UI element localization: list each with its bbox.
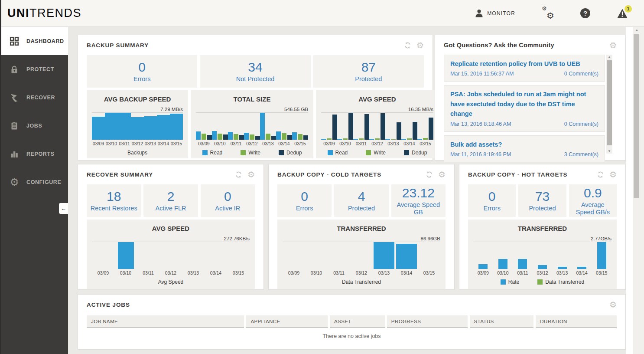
sidebar-collapse-button[interactable]: ← xyxy=(59,203,68,214)
sidebar-item-dashboard[interactable]: DASHBOARD xyxy=(1,27,68,55)
post-title[interactable]: Bulk add assets? xyxy=(450,140,598,149)
x-tick-label: 03/11 xyxy=(353,141,369,146)
post-comments[interactable]: 0 Comment(s) xyxy=(564,71,598,77)
bar-backups xyxy=(131,117,144,140)
chart-title: AVG BACKUP SPEED xyxy=(92,95,183,103)
sidebar-item-reports[interactable]: REPORTS xyxy=(1,140,68,168)
refresh-icon[interactable] xyxy=(426,171,433,178)
stat-label: Errors xyxy=(133,75,150,83)
sidebar-item-jobs[interactable]: JOBS xyxy=(1,111,68,140)
post-title[interactable]: PSA: Jobs scheduled to run at 3am might … xyxy=(450,89,598,118)
column-header-job-name[interactable]: JOB NAME xyxy=(87,315,244,328)
scrollbar-thumb[interactable] xyxy=(607,60,612,145)
stat-active-flr: 2 Active FLR xyxy=(143,184,198,217)
bar-group xyxy=(417,113,433,140)
bar-backups xyxy=(105,113,118,140)
bar-read xyxy=(417,139,422,140)
gears-icon[interactable]: ⚙ ⚙ xyxy=(542,8,553,19)
logo-text-bold: UNI xyxy=(7,7,29,20)
stat-average-speed: 23.12 Average Speed GB xyxy=(391,184,446,217)
community-post[interactable]: Bulk add assets? Mar 11, 2016 8:19:46 PM… xyxy=(444,135,605,162)
gear-icon[interactable]: ⚙ xyxy=(247,170,255,179)
stat-label: Errors xyxy=(483,205,500,212)
stat-value: 23.12 xyxy=(402,186,435,200)
x-tick-label: 03/15 xyxy=(592,270,611,275)
bar-dedup xyxy=(397,122,401,140)
refresh-icon[interactable] xyxy=(597,171,604,178)
bar-backups xyxy=(170,114,183,140)
bar-read xyxy=(321,139,326,140)
bar-read xyxy=(260,113,265,140)
post-comments[interactable]: 0 Comment(s) xyxy=(564,121,598,127)
gear-icon[interactable]: ⚙ xyxy=(609,301,617,309)
gear-icon[interactable]: ⚙ xyxy=(609,41,617,49)
bar-write xyxy=(391,139,396,140)
x-tick-label: 03/11 xyxy=(513,270,533,275)
arrow-left-icon: ← xyxy=(61,205,66,212)
gear-icon[interactable]: ⚙ xyxy=(416,41,424,49)
bar-group xyxy=(337,113,353,140)
bar-group xyxy=(137,242,159,269)
monitor-user-menu[interactable]: MONITOR xyxy=(475,9,515,18)
panel-title: BACKUP SUMMARY xyxy=(87,42,149,49)
refresh-icon[interactable] xyxy=(404,42,411,49)
scroll-up-icon[interactable]: ▲ xyxy=(634,28,640,33)
legend-label: Read xyxy=(210,150,223,156)
active-jobs-table-header: JOB NAME APPLIANCE ASSET PROGRESS STATUS… xyxy=(87,315,617,328)
gear-icon[interactable]: ⚙ xyxy=(609,170,617,179)
refresh-icon[interactable] xyxy=(235,171,242,178)
bar-group xyxy=(170,113,183,140)
column-header-duration[interactable]: DURATION xyxy=(536,315,617,328)
stat-value: 18 xyxy=(107,189,121,203)
stat-value: 87 xyxy=(361,60,376,74)
sidebar-item-configure[interactable]: ⚙ CONFIGURE xyxy=(1,168,68,196)
chart-x-axis: 03/0903/1003/1103/1203/1303/1403/15 xyxy=(283,270,440,275)
bar-dedup xyxy=(303,135,308,140)
x-tick-label: 03/11 xyxy=(328,270,350,275)
sidebar-item-recover[interactable]: RECOVER xyxy=(1,83,68,111)
bar-backups xyxy=(144,116,157,140)
column-header-progress[interactable]: PROGRESS xyxy=(387,315,468,328)
post-title[interactable]: Replicate retention policy from UVB to U… xyxy=(450,59,598,69)
stat-active-ir: 0 Active IR xyxy=(201,184,255,217)
bar-write xyxy=(407,138,412,140)
bar-write xyxy=(234,134,238,140)
column-header-appliance[interactable]: APPLIANCE xyxy=(246,315,328,328)
scroll-down-icon[interactable]: ▼ xyxy=(606,149,612,154)
bar-rate xyxy=(577,267,586,269)
scrollbar-thumb[interactable] xyxy=(634,34,639,198)
help-icon[interactable]: ? xyxy=(580,8,590,18)
legend-item: Dedup xyxy=(404,150,427,156)
panel-backup-copy-hot-targets: BACKUP COPY - HOT TARGETS ⚙ 0 Errors xyxy=(459,164,626,290)
chart-recover-avg-speed: AVG SPEED 272.76KB/s 03/0903/1003/1103/1… xyxy=(87,220,255,289)
bar-write xyxy=(218,134,222,140)
community-post[interactable]: PSA: Jobs scheduled to run at 3am might … xyxy=(444,85,605,131)
chart-max-label: 7.29 MB/s xyxy=(92,107,183,112)
gear-icon[interactable]: ⚙ xyxy=(438,170,446,179)
stat-value: 0 xyxy=(301,189,308,203)
stat-label: Active FLR xyxy=(156,205,186,212)
x-tick-label: 03/09 xyxy=(92,141,105,146)
community-scrollbar[interactable]: ▲ ▼ xyxy=(606,55,612,154)
page-scrollbar[interactable]: ▲ xyxy=(633,27,644,354)
column-header-asset[interactable]: ASSET xyxy=(330,315,385,328)
chart-title: TRANSFERRED xyxy=(283,225,440,232)
alert-triangle-icon[interactable]: 1 xyxy=(617,9,628,18)
community-post[interactable]: Replicate retention policy from UVB to U… xyxy=(444,55,605,82)
legend-item: Read xyxy=(328,150,348,156)
x-tick-label: 03/11 xyxy=(118,141,131,146)
bar-backups xyxy=(157,115,170,140)
scroll-up-icon[interactable]: ▲ xyxy=(606,55,612,59)
stat-value: 0.9 xyxy=(584,186,602,200)
column-header-status[interactable]: STATUS xyxy=(470,315,534,328)
x-tick-label: 03/14 xyxy=(205,270,227,275)
x-tick-label: 03/09 xyxy=(196,141,212,146)
app-window: UNITRENDS MONITOR ⚙ ⚙ ? xyxy=(0,0,644,354)
sidebar-item-protect[interactable]: PROTECT xyxy=(1,55,68,83)
clipboard-icon xyxy=(9,121,20,130)
bar-group xyxy=(118,113,131,140)
panel-backup-summary: BACKUP SUMMARY ⚙ 0 Errors xyxy=(78,35,433,161)
gear-large-icon: ⚙ xyxy=(546,10,554,21)
bar-group xyxy=(144,113,157,140)
post-comments[interactable]: 3 Comment(s) xyxy=(564,151,598,157)
